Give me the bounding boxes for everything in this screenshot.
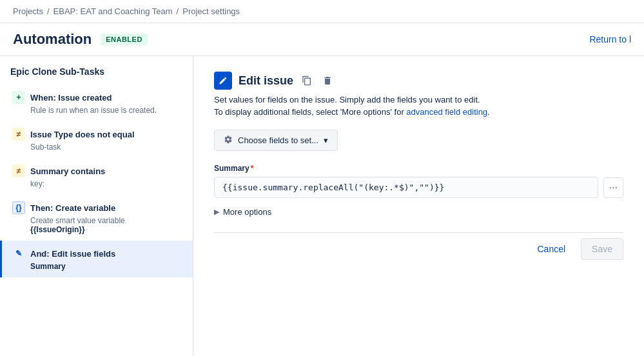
rule-icon-neq-2: ≠ [12, 164, 25, 177]
rule-item-summary-contains[interactable]: ≠ Summary contains key: [0, 158, 193, 195]
action-title: Edit issue [239, 74, 293, 88]
rule-name-when-issue-created: When: Issue created [30, 93, 112, 103]
rule-name-edit-issue-fields: And: Edit issue fields [30, 249, 115, 259]
ellipsis-button[interactable]: ··· [603, 177, 623, 198]
more-options-label: More options [223, 207, 271, 217]
page-header: Automation ENABLED Return to l [0, 23, 644, 56]
summary-field-row: ··· [214, 177, 623, 198]
breadcrumb-projects[interactable]: Projects [13, 6, 43, 16]
rule-item-issue-type[interactable]: ≠ Issue Type does not equal Sub-task [0, 121, 193, 158]
chevron-right-icon: ▶ [214, 208, 219, 216]
chevron-down-icon: ▾ [324, 135, 328, 145]
gear-icon [224, 135, 233, 146]
action-desc-2: To display additional fields, select 'Mo… [214, 107, 623, 117]
rule-name-create-variable: Then: Create variable [30, 203, 115, 213]
summary-label: Summary * [214, 164, 623, 173]
sidebar: Epic Clone Sub-Tasks + When: Issue creat… [0, 56, 193, 356]
rule-item-edit-issue-fields[interactable]: ✎ And: Edit issue fields Summary [0, 241, 193, 277]
rule-item-create-variable[interactable]: {} Then: Create variable Create smart va… [0, 195, 193, 241]
main-content: Epic Clone Sub-Tasks + When: Issue creat… [0, 56, 644, 356]
sidebar-title: Epic Clone Sub-Tasks [0, 66, 193, 85]
rule-detail-issue-type: Sub-task [12, 143, 182, 152]
rule-detail-create-variable-1: Create smart value variable [12, 216, 182, 225]
breadcrumb-team[interactable]: EBAP: EAT and Coaching Team [54, 6, 173, 16]
edit-icon-blue [214, 72, 232, 90]
rule-name-summary-contains: Summary contains [30, 166, 105, 176]
choose-fields-button[interactable]: Choose fields to set... ▾ [214, 130, 338, 151]
return-link[interactable]: Return to l [589, 34, 631, 45]
advanced-field-link[interactable]: advanced field editing [406, 107, 487, 117]
more-options-toggle[interactable]: ▶ More options [214, 207, 271, 217]
action-desc-1: Set values for fields on the issue. Simp… [214, 95, 623, 104]
rule-detail-summary-contains: key: [12, 179, 182, 188]
status-badge: ENABLED [101, 34, 148, 45]
required-indicator: * [251, 164, 254, 173]
page-title: Automation [13, 31, 92, 48]
save-button[interactable]: Save [581, 238, 623, 260]
rule-icon-plus: + [12, 91, 25, 104]
rule-icon-neq-1: ≠ [12, 128, 25, 141]
summary-input[interactable] [214, 177, 598, 198]
rule-item-when-issue-created[interactable]: + When: Issue created Rule is run when a… [0, 85, 193, 121]
rule-detail-edit-issue-fields: Summary [12, 262, 182, 271]
choose-fields-label: Choose fields to set... [238, 135, 318, 145]
right-panel: Edit issue Set values for fields on the … [193, 56, 644, 356]
breadcrumb-settings[interactable]: Project settings [182, 6, 240, 16]
action-footer: Cancel Save [214, 232, 623, 260]
cancel-button[interactable]: Cancel [528, 238, 574, 260]
rule-detail-create-variable-2: {{IssueOrigin}} [12, 225, 182, 234]
ellipsis-icon: ··· [609, 182, 618, 194]
delete-button[interactable] [320, 74, 335, 88]
action-header: Edit issue [214, 72, 623, 90]
rule-icon-curly: {} [12, 201, 25, 214]
rule-icon-pencil: ✎ [12, 247, 25, 260]
rule-detail-when-issue-created: Rule is run when an issue is created. [12, 106, 182, 115]
copy-button[interactable] [300, 74, 314, 88]
summary-field-section: Summary * ··· [214, 164, 623, 198]
breadcrumb: Projects / EBAP: EAT and Coaching Team /… [0, 0, 644, 23]
rule-name-issue-type: Issue Type does not equal [30, 130, 135, 139]
